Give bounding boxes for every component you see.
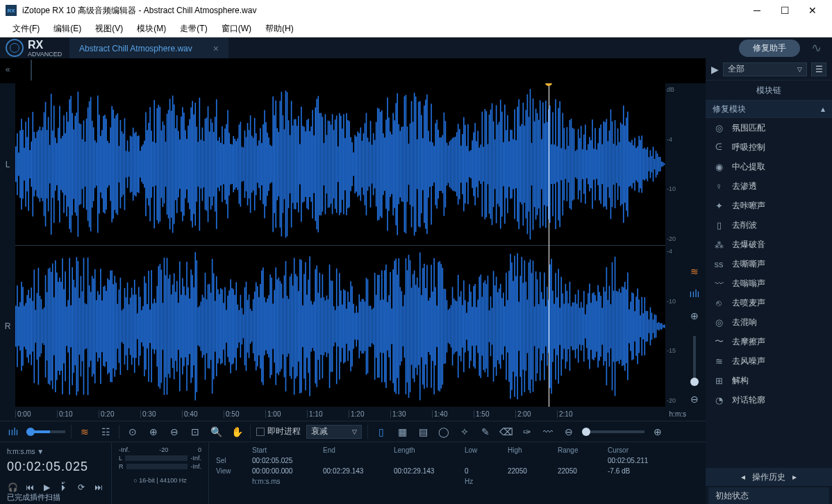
overview-waveform[interactable]	[31, 60, 32, 81]
svg-rect-43	[67, 121, 69, 206]
svg-rect-880	[599, 292, 600, 360]
amplitude-icon[interactable]: ıılı	[6, 424, 21, 439]
zoom-out-icon[interactable]: ⊖	[687, 392, 702, 407]
instant-process-label: 即时进程	[267, 426, 301, 437]
svg-rect-545	[126, 297, 127, 355]
fade-select[interactable]: 衰减▽	[306, 425, 362, 439]
svg-rect-573	[165, 275, 167, 377]
svg-rect-203	[294, 119, 295, 210]
instant-process-checkbox[interactable]: 即时进程	[256, 426, 301, 437]
preset-menu-icon[interactable]: ☰	[811, 62, 826, 76]
menu-file[interactable]: 文件(F)	[6, 23, 47, 35]
zoom-sel-icon[interactable]: ⊙	[125, 424, 140, 439]
wand-icon[interactable]: ✧	[457, 424, 472, 439]
history-initial-state[interactable]: 初始状态	[708, 487, 829, 504]
feather-icon[interactable]: ✑	[519, 424, 535, 439]
time-ruler[interactable]: 0:00 0:10 0:20 0:30 0:40 0:50 1:00 1:10 …	[0, 407, 706, 421]
zoom-tool-icon[interactable]: 🔍	[208, 424, 224, 439]
waveform-display[interactable]	[15, 83, 665, 407]
module-10[interactable]: ◎去混响	[706, 312, 832, 332]
menu-transport[interactable]: 走带(T)	[173, 23, 214, 35]
history-next-icon[interactable]: ▸	[792, 472, 797, 482]
history-prev-icon[interactable]: ◂	[741, 472, 745, 482]
module-5[interactable]: ▯去削波	[706, 215, 832, 235]
brush-icon[interactable]: ✎	[478, 424, 493, 439]
zoom-in-end-icon[interactable]: ⊕	[650, 424, 665, 439]
module-2[interactable]: ◉中心提取	[706, 157, 832, 176]
svg-rect-356	[510, 130, 511, 199]
view-list-icon[interactable]: ☷	[98, 424, 113, 439]
module-13[interactable]: ⊞解构	[706, 371, 832, 390]
svg-rect-512	[79, 298, 81, 355]
zoom-out-end-icon[interactable]: ⊖	[561, 424, 576, 439]
module-12[interactable]: ≋去风噪声	[706, 351, 832, 371]
svg-rect-421	[601, 144, 603, 184]
amplitude-slider[interactable]	[26, 430, 65, 433]
hand-tool-icon[interactable]: ✋	[229, 424, 244, 439]
svg-rect-144	[210, 119, 212, 210]
select-time-icon[interactable]: ▯	[374, 424, 389, 439]
svg-rect-650	[274, 290, 275, 363]
select-timefreq-icon[interactable]: ▦	[394, 424, 410, 439]
module-0[interactable]: ◎氛围匹配	[706, 118, 832, 137]
file-tab[interactable]: Abstract Chill Atmosphere.wav ×	[69, 37, 228, 58]
zoom-fit-icon[interactable]: ⊡	[188, 424, 203, 439]
loop-button[interactable]: ⟳	[76, 481, 88, 494]
svg-rect-564	[152, 303, 153, 349]
eraser-icon[interactable]: ⌫	[499, 424, 514, 439]
zoom-out-h-icon[interactable]: ⊖	[167, 424, 182, 439]
waveform-left-channel[interactable]	[15, 83, 665, 245]
svg-rect-743	[406, 258, 407, 394]
svg-rect-798	[483, 283, 485, 370]
module-3[interactable]: ♀去渗透	[706, 176, 832, 196]
lasso-icon[interactable]: ◯	[436, 424, 451, 439]
module-icon-2: ◉	[713, 162, 725, 172]
preset-select[interactable]: 全部▽	[723, 62, 807, 76]
svg-rect-72	[108, 143, 110, 185]
module-8[interactable]: 〰去嗡嗡声	[706, 274, 832, 293]
module-1[interactable]: ᕮ呼吸控制	[706, 137, 832, 157]
svg-rect-736	[395, 259, 397, 394]
zoom-slider[interactable]	[693, 336, 696, 385]
close-button[interactable]: ✕	[799, 0, 826, 21]
zoom-in-h-icon[interactable]: ⊕	[146, 424, 161, 439]
svg-rect-850	[556, 297, 558, 355]
repair-assistant-button[interactable]: 修复助手	[739, 40, 800, 57]
signal-chain-icon[interactable]: ∿	[806, 38, 826, 58]
svg-rect-693	[335, 310, 336, 343]
forward-button[interactable]: ⏭	[92, 481, 104, 494]
svg-rect-487	[44, 308, 45, 345]
menu-window[interactable]: 窗口(W)	[215, 23, 258, 35]
menu-view[interactable]: 视图(V)	[88, 23, 130, 35]
repair-modules-header[interactable]: 修复模块 ▴	[706, 100, 832, 118]
menu-edit[interactable]: 编辑(E)	[47, 23, 88, 35]
chain-play-icon[interactable]: ▶	[711, 64, 719, 75]
brush-slider[interactable]	[582, 430, 644, 433]
select-freq-icon[interactable]: ▤	[415, 424, 431, 439]
menu-modules[interactable]: 模块(M)	[130, 23, 173, 35]
minimize-button[interactable]: ─	[743, 0, 771, 21]
svg-rect-104	[153, 100, 155, 228]
menu-help[interactable]: 帮助(H)	[258, 23, 301, 35]
tab-close-icon[interactable]: ×	[213, 43, 219, 54]
module-7[interactable]: ss去嘶嘶声	[706, 254, 832, 274]
history-header[interactable]: ◂ 操作历史 ▸	[706, 468, 832, 486]
waveform-right-channel[interactable]	[15, 245, 665, 407]
zoom-in-icon[interactable]: ⊕	[687, 308, 702, 324]
svg-rect-538	[115, 283, 117, 370]
module-6[interactable]: ⁂去爆破音	[706, 235, 832, 254]
svg-rect-113	[167, 114, 168, 215]
time-format-selector[interactable]: h:m:s.ms ▼	[7, 448, 104, 455]
overview-collapse-icon[interactable]: «	[6, 65, 10, 74]
spectrogram-view-icon[interactable]: ıılı	[687, 286, 702, 301]
svg-rect-379	[542, 102, 544, 226]
view-wave-icon[interactable]: ≋	[77, 424, 92, 439]
module-11[interactable]: 〜去摩擦声	[706, 332, 832, 351]
maximize-button[interactable]: ☐	[771, 0, 799, 21]
module-4[interactable]: ✦去咔嚓声	[706, 196, 832, 215]
module-14[interactable]: ◔对话轮廓	[706, 390, 832, 410]
curve-icon[interactable]: 〰	[540, 424, 556, 439]
waveform-view-icon[interactable]: ≋	[687, 264, 702, 279]
svg-rect-518	[88, 258, 89, 395]
module-9[interactable]: ⎋去喷麦声	[706, 293, 832, 312]
